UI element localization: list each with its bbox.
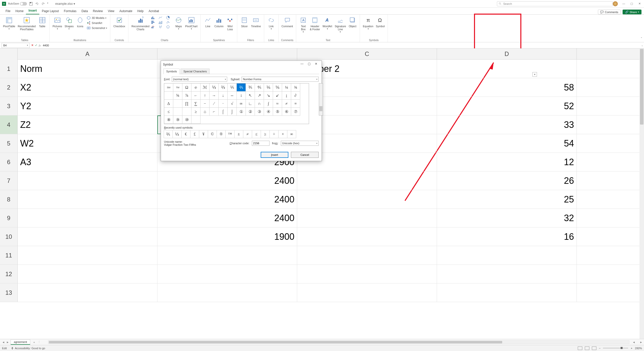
headerfooter-button[interactable]: Header & Footer xyxy=(309,16,321,31)
recent-symbol-cell[interactable]: © xyxy=(208,130,217,138)
wordart-button[interactable]: AWordArt▾ xyxy=(322,16,333,31)
dialog-minimize-icon[interactable]: — xyxy=(298,62,306,67)
tab-review[interactable]: Review xyxy=(90,8,105,14)
symbol-cell[interactable]: ∟ xyxy=(246,100,255,108)
cell[interactable] xyxy=(297,190,437,209)
tab-scroll-options-icon[interactable]: ⋮ xyxy=(38,340,41,344)
row-header[interactable]: 2 xyxy=(0,78,18,97)
symbol-cell[interactable]: ∙ xyxy=(219,100,228,108)
row-header[interactable]: 10 xyxy=(0,227,18,246)
close-icon[interactable]: ✕ xyxy=(638,2,642,6)
recommended-pivot-button[interactable]: Recommended PivotTables xyxy=(17,16,37,31)
horizontal-scrollbar[interactable] xyxy=(48,340,629,344)
symbol-cell[interactable]: ② xyxy=(246,108,255,116)
comments-button[interactable]: 💬Comments xyxy=(598,10,620,14)
symbol-cell[interactable]: ⅘ xyxy=(255,83,264,92)
cell[interactable] xyxy=(437,265,577,283)
table-button[interactable]: Table xyxy=(37,16,47,28)
scatter-chart-icon[interactable] xyxy=(166,20,170,24)
sheet-nav-next-icon[interactable]: ► xyxy=(6,341,9,344)
symbol-cell[interactable]: ↔ xyxy=(228,92,237,100)
cell[interactable]: 2400 xyxy=(157,190,297,209)
cell[interactable] xyxy=(297,209,437,227)
row-header[interactable]: 1 xyxy=(0,60,18,78)
font-select[interactable]: (normal text)▾ xyxy=(172,77,227,82)
share-button[interactable]: 🔗Share▾ xyxy=(623,10,641,14)
cell[interactable] xyxy=(297,265,437,283)
col-header-a[interactable]: A xyxy=(18,48,157,60)
zoom-out-icon[interactable]: − xyxy=(599,347,600,350)
toggle-off-icon[interactable] xyxy=(20,2,27,6)
autosave-toggle[interactable]: AutoSave xyxy=(8,2,27,6)
symbol-cell[interactable]: ↓ xyxy=(219,92,228,100)
symbol-cell[interactable]: ⑧ xyxy=(164,116,173,124)
filter-dropdown-icon[interactable]: ▾ xyxy=(532,72,537,77)
row-header[interactable]: 7 xyxy=(0,171,18,190)
symbol-cell[interactable] xyxy=(182,108,191,116)
cell[interactable] xyxy=(297,171,437,190)
from-select[interactable]: Unicode (hex)▾ xyxy=(281,141,319,146)
symbol-button[interactable]: ΩSymbol xyxy=(375,16,386,28)
symbol-cell[interactable]: ⅖ xyxy=(237,83,246,92)
symbol-cell[interactable]: ⑩ xyxy=(182,116,191,124)
shapes-button[interactable]: Shapes▾ xyxy=(64,16,75,31)
icons-button[interactable]: Icons xyxy=(75,16,85,28)
symbol-cell[interactable]: − xyxy=(200,100,210,108)
insert-button[interactable]: Insert xyxy=(261,152,288,158)
3dmodels-button[interactable]: 3D Models ▾ xyxy=(86,16,108,20)
cell[interactable]: 2400 xyxy=(157,209,297,227)
formula-input[interactable]: 4400 xyxy=(41,44,640,47)
cell[interactable] xyxy=(297,283,437,302)
rec-charts-button[interactable]: ?Recommended Charts xyxy=(130,16,150,31)
symbol-cell[interactable]: ≈ xyxy=(273,100,282,108)
tab-help[interactable]: Help xyxy=(135,8,146,14)
symbol-cell[interactable]: ∆ xyxy=(164,100,173,108)
recent-symbol-cell[interactable]: ® xyxy=(217,130,226,138)
pivottable-button[interactable]: PivotTable▾ xyxy=(2,16,16,31)
symbol-cell[interactable]: → xyxy=(210,92,219,100)
symbol-cell[interactable]: ℮ xyxy=(191,83,200,92)
symbol-cell[interactable]: ∩ xyxy=(255,100,264,108)
symbol-cell[interactable]: ⅝ xyxy=(173,92,182,100)
cell[interactable]: 54 xyxy=(437,134,577,153)
symbol-cell[interactable]: ∂ xyxy=(291,92,300,100)
dialog-tab-symbols[interactable]: Symbols xyxy=(163,69,180,74)
save-icon[interactable] xyxy=(29,2,33,6)
scroll-right-icon[interactable]: ► xyxy=(638,341,644,344)
link-button[interactable]: Link▾ xyxy=(266,16,276,31)
page-break-view-icon[interactable] xyxy=(592,346,596,350)
symbol-cell[interactable]: ≤ xyxy=(164,108,173,116)
row-header[interactable]: 4 xyxy=(0,115,18,134)
cell[interactable]: 2400 xyxy=(157,171,297,190)
cell[interactable] xyxy=(18,190,157,209)
row-header[interactable]: 12 xyxy=(0,265,18,283)
cell[interactable] xyxy=(18,283,157,302)
checkbox-button[interactable]: Checkbox xyxy=(112,16,126,28)
recent-symbol-cell[interactable]: ¥ xyxy=(199,130,208,138)
spark-line-button[interactable]: Line xyxy=(203,16,213,28)
sheet-tab-agreement[interactable]: agreement xyxy=(11,339,30,345)
filename-label[interactable]: example.xlsx ▾ xyxy=(55,2,75,6)
symbol-cell[interactable] xyxy=(191,116,200,124)
row-header[interactable]: 9 xyxy=(0,209,18,227)
recent-symbol-cell[interactable]: £ xyxy=(190,130,199,138)
cell[interactable]: 32 xyxy=(437,209,577,227)
symbol-cell[interactable]: ∞ xyxy=(237,100,246,108)
dialog-tab-special[interactable]: Special Characters xyxy=(181,69,210,74)
symbol-grid-scrollbar[interactable] xyxy=(319,83,323,115)
symbol-cell[interactable]: ① xyxy=(237,108,246,116)
symbol-cell[interactable]: ∕ xyxy=(210,100,219,108)
zoom-slider[interactable] xyxy=(603,348,628,348)
stock-chart-icon[interactable] xyxy=(158,25,162,29)
recent-symbol-cell[interactable]: ≤ xyxy=(252,130,261,138)
cell[interactable] xyxy=(297,246,437,265)
col-header-b[interactable] xyxy=(157,48,297,60)
cell[interactable]: 25 xyxy=(437,190,577,209)
cell[interactable] xyxy=(437,246,577,265)
equation-button[interactable]: πEquation▾ xyxy=(362,16,374,31)
scroll-left-icon[interactable]: ◄ xyxy=(631,341,637,344)
undo-icon[interactable] xyxy=(35,2,39,6)
cell[interactable] xyxy=(18,209,157,227)
symbol-cell[interactable]: ③ xyxy=(255,108,264,116)
name-box[interactable]: B4▾ xyxy=(2,43,30,48)
